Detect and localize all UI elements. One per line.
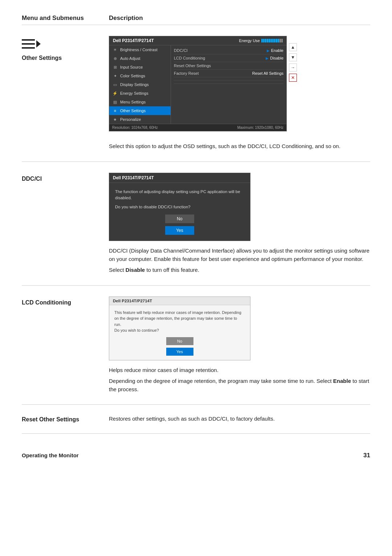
osd-menu-personalize[interactable]: ★ Personalize (109, 115, 171, 124)
svg-rect-1 (22, 43, 35, 45)
lcd-description1: Helps reduce minor cases of image retent… (109, 366, 370, 375)
osd-content: DDC/CI ▶ Enable LCD Conditioning ▶ Disab… (171, 45, 286, 124)
lcd-description2: Depending on the degree of image retenti… (109, 377, 370, 393)
other-settings-icon (22, 37, 41, 50)
ddcci-desc-bold: Disable (126, 267, 145, 273)
reset-other-settings-row: Reset Other Settings Restores other sett… (22, 405, 370, 434)
brightness-icon: ☀ (112, 47, 118, 53)
lcd-dialog-body: This feature will help reduce minor case… (109, 305, 250, 360)
osd-menu-menu-settings[interactable]: ▤ Menu Settings (109, 98, 171, 106)
other-settings-left: Other Settings (22, 36, 109, 151)
osd-content-factory-reset: Factory Reset Reset All Settings (174, 70, 283, 77)
osd-body: ☀ Brightness / Contrast ⊕ Auto Adjust ⊞ … (109, 45, 286, 124)
osd-menu-brightness[interactable]: ☀ Brightness / Contrast (109, 45, 171, 54)
other-settings-description: Select this option to adjust the OSD set… (109, 142, 370, 151)
ddcci-description: DDC/CI (Display Data Channel/Command Int… (109, 247, 370, 263)
nav-right-arrow[interactable]: → (289, 64, 297, 71)
nav-down-arrow[interactable]: ▼ (289, 53, 297, 61)
ddcci-value: ▶ Enable (267, 48, 283, 53)
footer-page-number: 31 (363, 452, 370, 459)
nav-up-arrow[interactable]: ▲ (289, 43, 297, 51)
other-settings-menu-icon: ≡ (112, 108, 118, 114)
ddcci-desc-select: Select (109, 267, 126, 273)
lcd-dialog-message: This feature will help reduce minor case… (114, 310, 245, 328)
lcd-row-label: LCD Conditioning (22, 299, 71, 306)
ddcci-desc-part3: to turn off this feature. (145, 267, 199, 273)
osd-mockup: Dell P2314T/P2714T Energy Use (109, 36, 287, 131)
osd-menu-brightness-label: Brightness / Contrast (120, 48, 158, 52)
lcd-desc-part2: Depending on the degree of image retenti… (109, 378, 333, 384)
lcd-dialog-header: Dell P2314T/P2714T (109, 297, 250, 305)
page-footer: Operating the Monitor 31 (22, 448, 370, 459)
osd-nav-arrows: ▲ ▼ → ✕ (289, 43, 297, 82)
osd-content-lcd: LCD Conditioning ▶ Disable (174, 54, 283, 62)
osd-maximum: Maximum: 1920x1080, 60Hz (237, 126, 283, 130)
osd-content-empty2 (174, 81, 283, 84)
ddcci-dialog-msg1: The function of adjusting display settin… (115, 189, 244, 201)
ddcci-no-button[interactable]: No (165, 214, 194, 223)
osd-menu-display-settings[interactable]: ▭ Display Settings (109, 80, 171, 89)
svg-marker-3 (36, 40, 41, 48)
lcd-label: LCD Conditioning (174, 56, 205, 60)
reset-label: Reset Other Settings (22, 415, 109, 423)
ddcci-right: Dell P2314T/P2714T The function of adjus… (109, 173, 370, 274)
osd-menu-energy-settings[interactable]: ⚡ Energy Settings (109, 89, 171, 98)
ddcci-btn-row: No Yes (115, 214, 244, 235)
other-settings-label: Other Settings (22, 55, 62, 61)
display-settings-icon: ▭ (112, 82, 118, 87)
ddcci-dialog-body: The function of adjusting display settin… (109, 183, 250, 241)
osd-content-empty3 (174, 84, 283, 87)
osd-menu-auto-adjust[interactable]: ⊕ Auto Adjust (109, 54, 171, 63)
energy-label: Energy Use (239, 38, 260, 43)
table-header: Menu and Submenus Description (22, 15, 370, 25)
reset-description: Restores other settings, such as such as… (109, 415, 370, 423)
nav-close-arrow[interactable]: ✕ (289, 74, 297, 82)
osd-menu-personalize-label: Personalize (120, 117, 141, 122)
osd-content-ddcci: DDC/CI ▶ Enable (174, 47, 283, 54)
lcd-left: LCD Conditioning (22, 297, 109, 394)
osd-menu-menu-settings-label: Menu Settings (120, 100, 146, 104)
lcd-no-button[interactable]: No (166, 337, 193, 345)
svg-rect-2 (22, 47, 35, 49)
osd-menu-other-settings-label: Other Settings (120, 109, 146, 113)
osd-menu-color-settings[interactable]: ✦ Color Settings (109, 71, 171, 80)
lcd-value: ▶ Disable (266, 56, 283, 60)
osd-menu-color-settings-label: Color Settings (120, 74, 145, 78)
lcd-btn-row: No Yes (114, 337, 245, 356)
ddcci-yes-button[interactable]: Yes (165, 226, 194, 235)
energy-indicator (261, 39, 283, 42)
osd-menu-energy-settings-label: Energy Settings (120, 91, 148, 95)
ddcci-row: DDC/CI Dell P2314T/P2714T The function o… (22, 162, 370, 286)
lcd-dialog-question: Do you wish to continue? (114, 327, 245, 334)
lcd-dialog: Dell P2314T/P2714T This feature will hel… (109, 297, 250, 360)
lcd-yes-button[interactable]: Yes (166, 348, 193, 356)
osd-menu-input-source-label: Input Source (120, 65, 143, 69)
ddcci-arrow: ▶ (267, 49, 270, 53)
ddcci-left: DDC/CI (22, 173, 109, 274)
osd-resolution: Resolution: 1024x768, 60Hz (112, 126, 158, 130)
osd-menu-display-settings-label: Display Settings (120, 82, 149, 87)
other-settings-right: Dell P2314T/P2714T Energy Use (109, 36, 370, 151)
ddcci-dialog-header: Dell P2314T/P2714T (109, 173, 250, 183)
header-col-description: Description (109, 15, 143, 22)
ddcci-row-label: DDC/CI (22, 176, 42, 182)
energy-bar: Energy Use (239, 38, 283, 43)
osd-container: Dell P2314T/P2714T Energy Use (109, 36, 287, 137)
ddcci-dialog: Dell P2314T/P2714T The function of adjus… (109, 173, 250, 241)
osd-menu-other-settings[interactable]: ≡ Other Settings (109, 106, 171, 115)
menu-settings-icon: ▤ (112, 99, 118, 105)
factory-reset-label: Factory Reset (174, 71, 199, 75)
ddcci-description2: Select Disable to turn off this feature. (109, 266, 370, 274)
osd-header: Dell P2314T/P2714T Energy Use (109, 36, 286, 45)
osd-menu-input-source[interactable]: ⊞ Input Source (109, 63, 171, 71)
factory-reset-value: Reset All Settings (252, 71, 283, 75)
color-settings-icon: ✦ (112, 73, 118, 79)
header-col-menu: Menu and Submenus (22, 15, 109, 22)
energy-settings-icon: ⚡ (112, 90, 118, 96)
lcd-right: Dell P2314T/P2714T This feature will hel… (109, 297, 370, 394)
reset-other-label: Reset Other Settings (174, 64, 211, 68)
osd-content-empty1 (174, 77, 283, 81)
ddcci-dialog-question: Do you wish to disable DDC/CI function? (115, 204, 244, 210)
svg-rect-0 (22, 39, 35, 41)
lcd-conditioning-row: LCD Conditioning Dell P2314T/P2714T This… (22, 286, 370, 405)
